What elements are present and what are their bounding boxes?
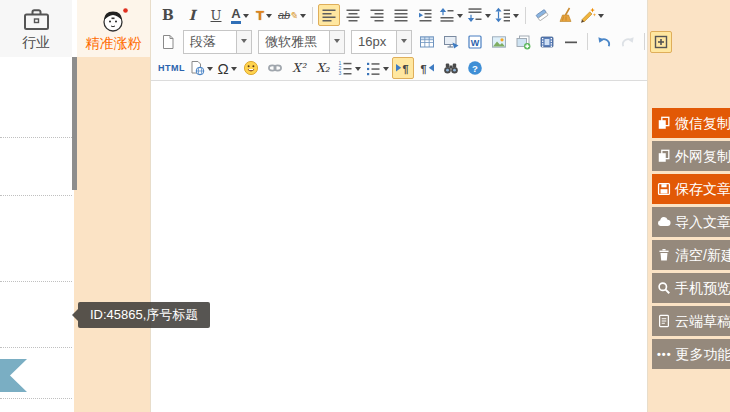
indent-icon xyxy=(417,7,433,23)
fullscreen-icon xyxy=(653,34,669,50)
dropdown-caret[interactable] xyxy=(355,67,361,74)
phone-preview-button[interactable]: 手机预览 xyxy=(652,273,730,303)
dropdown-caret[interactable] xyxy=(207,67,213,74)
import-article-button[interactable]: 导入文章 xyxy=(652,207,730,237)
format-eraser-button[interactable] xyxy=(531,4,553,26)
indent-button[interactable] xyxy=(414,4,436,26)
image-album-button[interactable] xyxy=(512,31,534,53)
unordered-list-button[interactable] xyxy=(364,57,390,79)
save-article-button[interactable]: 保存文章 xyxy=(652,174,730,204)
dropdown-caret[interactable] xyxy=(231,67,237,74)
action-label: 云端草稿 xyxy=(675,314,730,328)
copy-icon xyxy=(657,116,671,130)
dropdown-caret[interactable] xyxy=(266,14,272,21)
svg-text:¶: ¶ xyxy=(403,63,409,75)
template-button[interactable] xyxy=(188,57,214,79)
alignright-icon xyxy=(369,7,385,23)
space-above-button[interactable] xyxy=(438,4,464,26)
more-functions-button[interactable]: •••更多功能 xyxy=(652,339,730,369)
undo-button[interactable] xyxy=(593,31,615,53)
html-source-button[interactable]: HTML xyxy=(157,57,186,79)
special-char-button[interactable]: Ω xyxy=(216,57,238,79)
dropdown-caret[interactable] xyxy=(383,67,389,74)
paragraph-select[interactable]: 段落 xyxy=(183,30,252,54)
redo-button[interactable] xyxy=(617,31,639,53)
align-justify-button[interactable] xyxy=(390,4,412,26)
underline-glyph: U xyxy=(211,9,222,22)
space-below-button[interactable] xyxy=(466,4,492,26)
underline-button[interactable]: U xyxy=(205,4,227,26)
chevron-down-icon[interactable] xyxy=(396,31,411,53)
rtl-paragraph-button[interactable]: ¶ xyxy=(416,57,438,79)
align-center-button[interactable] xyxy=(342,4,364,26)
tooltip-text: ID:45865,序号标题 xyxy=(90,307,198,322)
action-label: 微信复制 xyxy=(675,116,730,130)
screenshot-button[interactable] xyxy=(440,31,462,53)
font-color-button[interactable]: A xyxy=(229,4,251,26)
find-replace-button[interactable] xyxy=(440,57,462,79)
one-key-typeset-button[interactable] xyxy=(579,4,605,26)
cloud-draft-button[interactable]: 云端草稿 xyxy=(652,306,730,336)
emoticon-button[interactable] xyxy=(240,57,262,79)
toolbar-row-2: 段落微软雅黑16pxW xyxy=(156,28,647,55)
select-value: 段落 xyxy=(184,33,236,51)
text-background-glyph: T xyxy=(256,9,264,22)
sidebar-tab-industry[interactable]: 行业 xyxy=(0,0,72,57)
scrollbar-thumb[interactable] xyxy=(72,57,77,190)
cloud-icon xyxy=(657,215,671,229)
chevron-down-icon[interactable] xyxy=(329,31,344,53)
align-left-button[interactable] xyxy=(318,4,340,26)
italic-button[interactable]: I xyxy=(181,4,203,26)
dropdown-caret[interactable] xyxy=(598,14,604,21)
action-label: 更多功能 xyxy=(676,347,730,361)
help-button[interactable]: ? xyxy=(464,57,486,79)
svg-text:W: W xyxy=(471,37,480,47)
ribbon-decoration xyxy=(0,359,27,392)
bold-button[interactable]: B xyxy=(157,4,179,26)
clear-new-button[interactable]: 清空/新建 xyxy=(652,240,730,270)
save-icon xyxy=(657,182,671,196)
text-background-button[interactable]: T xyxy=(253,4,275,26)
subscript-button[interactable]: X₂ xyxy=(312,57,334,79)
editor-canvas[interactable] xyxy=(151,81,647,412)
fullscreen-button[interactable] xyxy=(650,31,672,53)
chevron-down-icon[interactable] xyxy=(236,31,251,53)
subscript-glyph: X₂ xyxy=(316,62,329,74)
action-label: 外网复制 xyxy=(675,149,730,163)
dropdown-caret[interactable] xyxy=(513,14,519,21)
sidebar-tab-fans[interactable]: 精准涨粉 xyxy=(77,0,150,57)
external-copy-button[interactable]: 外网复制 xyxy=(652,141,730,171)
clear-doc-button[interactable] xyxy=(555,4,577,26)
redo-icon xyxy=(620,34,636,50)
insert-image-button[interactable] xyxy=(488,31,510,53)
superscript-button[interactable]: X² xyxy=(288,57,310,79)
ordered-list-button[interactable]: 123 xyxy=(336,57,362,79)
align-right-button[interactable] xyxy=(366,4,388,26)
app-root: 行业 精准涨粉 ID:45865,序号标题 BIUATab xyxy=(0,0,730,412)
list-separator xyxy=(0,195,72,196)
action-label: 手机预览 xyxy=(675,281,730,295)
dropdown-caret[interactable] xyxy=(300,14,306,21)
ltr-paragraph-button[interactable]: ¶ xyxy=(392,57,414,79)
link-button[interactable] xyxy=(264,57,286,79)
font-family-select[interactable]: 微软雅黑 xyxy=(258,30,345,54)
dropdown-caret[interactable] xyxy=(485,14,491,21)
newpage-icon xyxy=(160,34,176,50)
search-icon xyxy=(657,281,671,295)
font-size-select[interactable]: 16px xyxy=(351,30,412,54)
import-word-button[interactable]: W xyxy=(464,31,486,53)
new-page-button[interactable] xyxy=(157,31,179,53)
undo-icon xyxy=(596,34,612,50)
svg-text:3: 3 xyxy=(339,70,342,76)
strikethrough-button[interactable]: ab xyxy=(277,4,307,26)
action-label: 保存文章 xyxy=(675,182,730,196)
horizontal-rule-button[interactable] xyxy=(560,31,582,53)
insert-video-button[interactable] xyxy=(536,31,558,53)
list-separator xyxy=(0,137,72,138)
dropdown-caret[interactable] xyxy=(457,14,463,21)
line-height-button[interactable] xyxy=(494,4,520,26)
insert-table-button[interactable] xyxy=(416,31,438,53)
wechat-copy-button[interactable]: 微信复制 xyxy=(652,108,730,138)
dropdown-caret[interactable] xyxy=(243,14,249,21)
briefcase-icon xyxy=(23,7,50,32)
